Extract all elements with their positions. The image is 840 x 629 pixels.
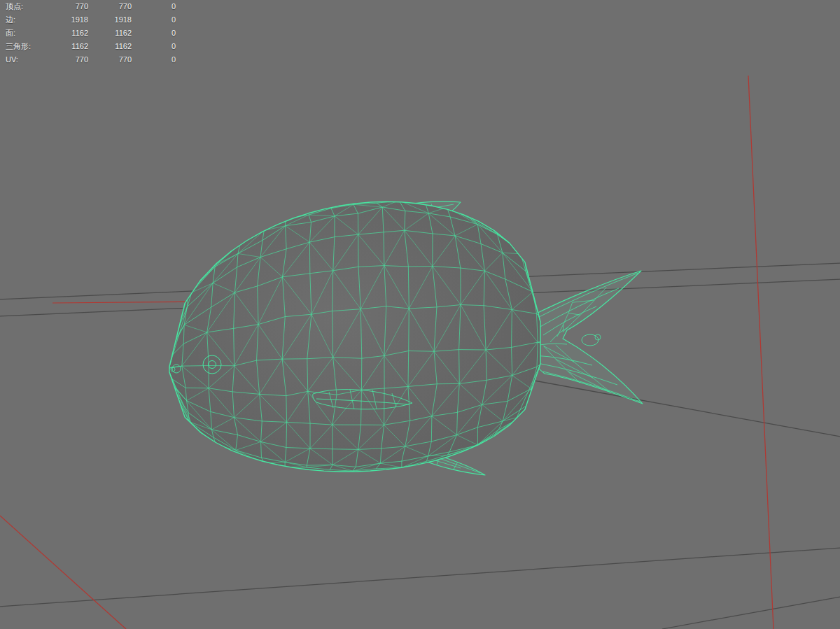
scene-svg[interactable] (0, 0, 840, 629)
stats-row: UV: 770 770 0 (6, 53, 176, 66)
stats-panel: 顶点: 770 770 0 边: 1918 1918 0 面: 1162 116… (6, 0, 176, 66)
stat-value: 0 (132, 40, 176, 53)
stat-value: 770 (88, 0, 132, 13)
stat-label: UV: (6, 53, 48, 66)
stat-value: 1162 (48, 40, 88, 53)
stat-value: 1162 (88, 27, 132, 40)
stat-value: 0 (132, 13, 176, 27)
viewport[interactable]: 顶点: 770 770 0 边: 1918 1918 0 面: 1162 116… (0, 0, 840, 629)
fish-body[interactable] (158, 201, 561, 472)
stats-row: 三角形: 1162 1162 0 (6, 40, 176, 53)
stat-value: 0 (132, 27, 176, 40)
stat-value: 770 (48, 53, 88, 66)
stat-value: 1162 (88, 40, 132, 53)
fish-wireframe-model[interactable] (158, 201, 643, 475)
stat-label: 三角形: (6, 40, 48, 53)
stat-value: 770 (88, 53, 132, 66)
stat-value: 0 (132, 53, 176, 66)
stat-value: 770 (48, 0, 88, 13)
stats-row: 顶点: 770 770 0 (6, 0, 176, 13)
stat-label: 顶点: (6, 0, 48, 13)
stats-row: 面: 1162 1162 0 (6, 27, 176, 40)
stat-value: 1918 (88, 13, 132, 27)
stat-label: 边: (6, 13, 48, 27)
stat-value: 0 (132, 0, 176, 13)
stat-value: 1918 (48, 13, 88, 27)
stats-row: 边: 1918 1918 0 (6, 13, 176, 27)
stat-value: 1162 (48, 27, 88, 40)
stat-label: 面: (6, 27, 48, 40)
